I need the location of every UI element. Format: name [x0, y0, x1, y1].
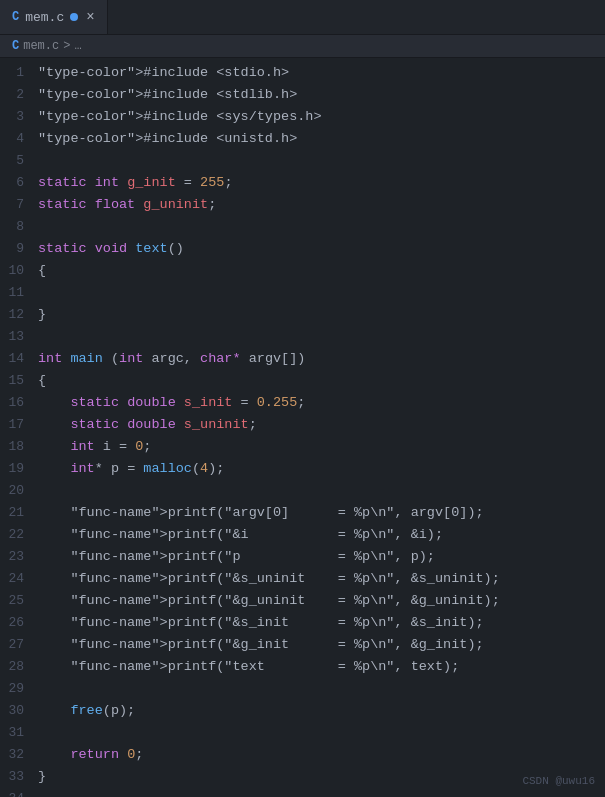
breadcrumb-separator: >: [63, 39, 70, 53]
line-number: 21: [0, 502, 24, 524]
code-content[interactable]: "type-color">#include <stdio.h>"type-col…: [38, 62, 605, 797]
line-number: 1: [0, 62, 24, 84]
code-line: [38, 326, 605, 348]
code-line: "type-color">#include <unistd.h>: [38, 128, 605, 150]
tab-bar: C mem.c ×: [0, 0, 605, 35]
line-number: 31: [0, 722, 24, 744]
code-line: "func-name">printf("p = %p\n", p);: [38, 546, 605, 568]
code-line: [38, 150, 605, 172]
code-line: static void text(): [38, 238, 605, 260]
code-line: static float g_uninit;: [38, 194, 605, 216]
code-line: [38, 480, 605, 502]
code-line: [38, 722, 605, 744]
line-number: 24: [0, 568, 24, 590]
code-editor: 1234567891011121314151617181920212223242…: [0, 58, 605, 797]
code-line: "type-color">#include <stdio.h>: [38, 62, 605, 84]
code-line: }: [38, 766, 605, 788]
line-number: 11: [0, 282, 24, 304]
line-number: 22: [0, 524, 24, 546]
code-line: "func-name">printf("&s_init = %p\n", &s_…: [38, 612, 605, 634]
code-line: {: [38, 260, 605, 282]
line-number: 9: [0, 238, 24, 260]
line-number: 2: [0, 84, 24, 106]
line-number: 30: [0, 700, 24, 722]
line-number: 14: [0, 348, 24, 370]
breadcrumb: C mem.c > …: [0, 35, 605, 58]
line-number: 3: [0, 106, 24, 128]
code-line: "type-color">#include <stdlib.h>: [38, 84, 605, 106]
watermark: CSDN @uwu16: [522, 775, 595, 787]
line-number: 6: [0, 172, 24, 194]
line-number: 7: [0, 194, 24, 216]
line-number: 10: [0, 260, 24, 282]
line-number: 15: [0, 370, 24, 392]
c-language-icon: C: [12, 10, 19, 24]
code-line: return 0;: [38, 744, 605, 766]
code-line: free(p);: [38, 700, 605, 722]
line-number: 5: [0, 150, 24, 172]
breadcrumb-rest: …: [74, 39, 81, 53]
code-line: "func-name">printf("argv[0] = %p\n", arg…: [38, 502, 605, 524]
code-line: "func-name">printf("&s_uninit = %p\n", &…: [38, 568, 605, 590]
code-line: int* p = malloc(4);: [38, 458, 605, 480]
line-number: 4: [0, 128, 24, 150]
line-number: 25: [0, 590, 24, 612]
line-numbers: 1234567891011121314151617181920212223242…: [0, 62, 38, 797]
breadcrumb-filename: mem.c: [23, 39, 59, 53]
tab-mem-c[interactable]: C mem.c ×: [0, 0, 108, 34]
code-line: "func-name">printf("text = %p\n", text);: [38, 656, 605, 678]
code-line: static double s_init = 0.255;: [38, 392, 605, 414]
tab-filename: mem.c: [25, 10, 64, 25]
line-number: 27: [0, 634, 24, 656]
code-line: "type-color">#include <sys/types.h>: [38, 106, 605, 128]
line-number: 29: [0, 678, 24, 700]
line-number: 34: [0, 788, 24, 797]
line-number: 33: [0, 766, 24, 788]
line-number: 26: [0, 612, 24, 634]
code-line: static int g_init = 255;: [38, 172, 605, 194]
code-line: "func-name">printf("&i = %p\n", &i);: [38, 524, 605, 546]
code-line: "func-name">printf("&g_init = %p\n", &g_…: [38, 634, 605, 656]
line-number: 23: [0, 546, 24, 568]
code-line: {: [38, 370, 605, 392]
code-line: int i = 0;: [38, 436, 605, 458]
line-number: 28: [0, 656, 24, 678]
line-number: 8: [0, 216, 24, 238]
line-number: 16: [0, 392, 24, 414]
close-tab-button[interactable]: ×: [86, 9, 94, 25]
line-number: 18: [0, 436, 24, 458]
line-number: 13: [0, 326, 24, 348]
code-line: [38, 282, 605, 304]
line-number: 19: [0, 458, 24, 480]
code-line: [38, 216, 605, 238]
code-line: }: [38, 304, 605, 326]
line-number: 32: [0, 744, 24, 766]
code-line: [38, 678, 605, 700]
line-number: 12: [0, 304, 24, 326]
code-line: [38, 788, 605, 797]
line-number: 17: [0, 414, 24, 436]
line-number: 20: [0, 480, 24, 502]
code-line: static double s_uninit;: [38, 414, 605, 436]
code-line: int main (int argc, char* argv[]): [38, 348, 605, 370]
modified-indicator: [70, 13, 78, 21]
breadcrumb-c-icon: C: [12, 39, 19, 53]
code-line: "func-name">printf("&g_uninit = %p\n", &…: [38, 590, 605, 612]
